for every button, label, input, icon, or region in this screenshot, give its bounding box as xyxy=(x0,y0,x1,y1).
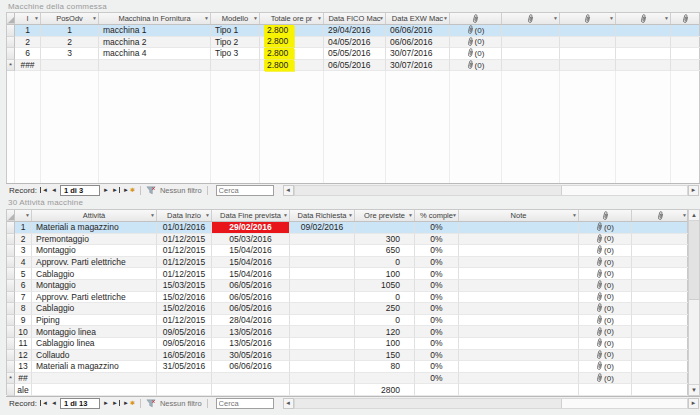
scrollbar-thumb[interactable] xyxy=(295,186,563,195)
record-position-box[interactable]: 1 di 13 xyxy=(60,398,100,409)
cell[interactable]: Approvv. Parti elettriche xyxy=(32,257,157,269)
column-header-macchina-in-fornitura[interactable]: Macchina in Fornitura▼ xyxy=(99,13,211,24)
column-header-data-richiesta[interactable]: Data Richiesta▼ xyxy=(290,210,355,221)
scroll-left-button[interactable]: ◄ xyxy=(283,185,294,196)
attachment-cell[interactable]: (0) xyxy=(579,303,632,315)
cell[interactable]: 12 xyxy=(15,350,32,362)
column-header-modello[interactable]: Modello▼ xyxy=(211,13,260,24)
dropdown-icon[interactable]: ▼ xyxy=(253,16,258,21)
cell[interactable]: 13/05/2016 xyxy=(212,338,290,350)
cell[interactable] xyxy=(632,303,689,315)
cell[interactable] xyxy=(616,48,671,60)
cell[interactable] xyxy=(290,326,355,338)
cell[interactable] xyxy=(459,315,579,327)
cell[interactable]: 9 xyxy=(15,315,32,327)
highlighted-hours-cell[interactable]: 2.800 xyxy=(260,37,324,49)
cell[interactable] xyxy=(560,37,616,49)
column-header-attachment-8[interactable]: ▼ xyxy=(502,13,560,24)
cell[interactable]: ## xyxy=(15,373,32,385)
new-record-button[interactable]: ►✱ xyxy=(123,399,135,407)
cell[interactable]: 15/02/2016 xyxy=(157,303,212,315)
cell[interactable]: 6 xyxy=(15,280,32,292)
cell[interactable]: 15/04/2016 xyxy=(212,257,290,269)
cell[interactable]: 650 xyxy=(355,245,415,257)
row-selector[interactable] xyxy=(7,234,15,246)
cell[interactable] xyxy=(632,361,689,373)
last-record-button[interactable]: ► xyxy=(112,399,121,407)
highlighted-hours-cell[interactable]: 2.800 xyxy=(260,60,324,72)
column-header-attachment-10[interactable]: ▼ xyxy=(616,13,671,24)
column-header-attivit-[interactable]: Attività▼ xyxy=(32,210,157,221)
cell[interactable] xyxy=(459,326,579,338)
cell[interactable]: Tipo 1 xyxy=(211,25,260,37)
cell[interactable]: 28/04/2016 xyxy=(212,315,290,327)
cell[interactable]: 06/05/2016 xyxy=(212,292,290,304)
cell[interactable]: 3 xyxy=(15,245,32,257)
cell[interactable]: 100 xyxy=(355,338,415,350)
cell[interactable]: 1 xyxy=(15,222,32,234)
cell[interactable] xyxy=(290,245,355,257)
attachment-cell[interactable]: (0) xyxy=(579,350,632,362)
column-header--comple[interactable]: % comple▼ xyxy=(415,210,459,221)
attachment-cell[interactable]: (0) xyxy=(579,326,632,338)
cell[interactable] xyxy=(32,384,157,396)
cell[interactable] xyxy=(290,257,355,269)
search-input[interactable] xyxy=(216,398,274,409)
row-selector[interactable] xyxy=(7,48,15,60)
attachment-cell[interactable]: (0) xyxy=(450,60,502,72)
cell[interactable] xyxy=(632,257,689,269)
cell[interactable]: 01/01/2016 xyxy=(157,222,212,234)
row-selector[interactable] xyxy=(7,350,15,362)
cell[interactable]: 100 xyxy=(355,268,415,280)
cell[interactable]: 7 xyxy=(15,292,32,304)
cell[interactable] xyxy=(632,326,689,338)
cell[interactable] xyxy=(415,384,459,396)
cell[interactable]: 09/02/2016 xyxy=(290,222,355,234)
cell[interactable]: 01/12/2015 xyxy=(157,245,212,257)
column-header-attachment-8[interactable] xyxy=(579,210,632,221)
cell[interactable] xyxy=(459,234,579,246)
attachment-cell[interactable]: (0) xyxy=(579,338,632,350)
cell[interactable]: 8 xyxy=(15,303,32,315)
cell[interactable] xyxy=(459,280,579,292)
column-header-attachment-9[interactable]: ▼ xyxy=(560,13,616,24)
row-selector[interactable] xyxy=(7,37,15,49)
dropdown-icon[interactable]: ▼ xyxy=(379,16,384,21)
column-header-attachment-9[interactable]: ▼ xyxy=(632,210,689,221)
cell[interactable]: 06/05/2016 xyxy=(324,60,386,72)
column-header-attachment-7[interactable] xyxy=(450,13,502,24)
cell[interactable]: Piping xyxy=(32,315,157,327)
column-header-i[interactable]: I▼ xyxy=(15,13,41,24)
cell[interactable]: Materiali a magazzino xyxy=(32,361,157,373)
scrollbar-track[interactable] xyxy=(294,185,688,196)
cell[interactable]: 15/04/2016 xyxy=(212,268,290,280)
row-selector[interactable]: * xyxy=(7,60,15,72)
dropdown-icon[interactable]: ▼ xyxy=(452,213,457,218)
previous-record-button[interactable]: ◄ xyxy=(50,399,58,407)
next-record-button[interactable]: ► xyxy=(102,186,110,194)
search-input[interactable] xyxy=(216,185,274,196)
cell[interactable]: 15/04/2016 xyxy=(212,245,290,257)
cell[interactable]: 11 xyxy=(15,338,32,350)
cell[interactable]: 10 xyxy=(15,326,32,338)
attachment-cell[interactable]: (0) xyxy=(450,25,502,37)
cell[interactable]: 0 xyxy=(355,257,415,269)
cell[interactable] xyxy=(632,350,689,362)
cell[interactable]: Cablaggio linea xyxy=(32,338,157,350)
cell[interactable]: 01/12/2015 xyxy=(157,268,212,280)
row-selector[interactable] xyxy=(7,245,15,257)
cell[interactable]: Tipo 2 xyxy=(211,37,260,49)
cell[interactable]: 06/05/2016 xyxy=(212,280,290,292)
cell[interactable]: 0% xyxy=(415,245,459,257)
dropdown-icon[interactable]: ▼ xyxy=(92,16,97,21)
attachment-cell[interactable]: (0) xyxy=(579,245,632,257)
attachment-cell[interactable]: (0) xyxy=(450,48,502,60)
cell[interactable] xyxy=(502,48,560,60)
cell[interactable] xyxy=(99,60,211,72)
attachment-cell[interactable]: (0) xyxy=(579,234,632,246)
dropdown-icon[interactable]: ▼ xyxy=(553,16,558,21)
cell[interactable] xyxy=(632,315,689,327)
cell[interactable]: 2800 xyxy=(355,384,415,396)
cell[interactable] xyxy=(157,384,212,396)
cell[interactable] xyxy=(459,361,579,373)
